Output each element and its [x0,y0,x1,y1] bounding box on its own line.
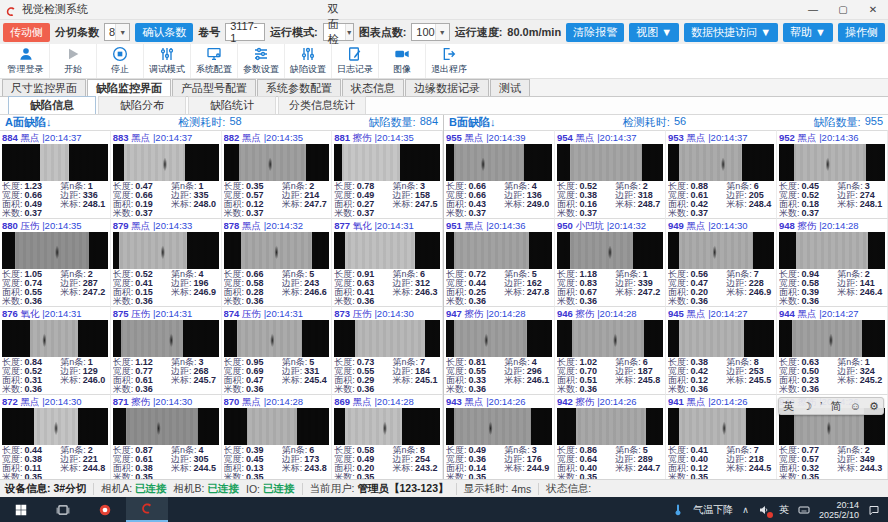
defect-cell[interactable]: 942 擦伤 |20:14:26 长度:0.86宽度:0.64面积:0.40米数… [555,394,666,479]
defect-thumbnail[interactable] [113,144,219,181]
defect-cell[interactable]: 873 压伤 |20:14:30 长度:0.73宽度:0.55面积:0.29米数… [332,306,443,394]
defect-thumbnail[interactable] [668,232,774,269]
sub-tab-4[interactable]: 分类信息统计 [278,96,366,114]
defect-thumbnail[interactable] [668,320,774,357]
ime-fullwidth-icon[interactable]: ☽ [802,400,812,413]
defect-cell[interactable]: 952 黑点 |20:14:36 长度:0.45宽度:0.52面积:0.18米数… [777,130,888,218]
defect-cell[interactable]: 949 黑点 |20:14:30 长度:0.56宽度:0.47面积:0.20米数… [666,218,777,306]
defect-thumbnail[interactable] [557,408,663,445]
defect-thumbnail[interactable] [224,144,330,181]
defect-cell[interactable]: 878 黑点 |20:14:32 长度:0.66宽度:0.58面积:0.28米数… [222,218,333,306]
action-center-icon[interactable] [868,504,880,516]
roll-number-input[interactable]: 3117-1 [225,23,265,41]
defect-cell[interactable]: 877 氧化 |20:14:31 长度:0.91宽度:0.63面积:0.41米数… [332,218,443,306]
volume-icon[interactable] [758,504,770,516]
defect-thumbnail[interactable] [334,232,440,269]
data-quick-access-menu-button[interactable]: 数据快捷访问 ▼ [684,23,778,42]
clock[interactable]: 20:14 2025/2/10 [819,500,859,520]
ime-settings-icon[interactable]: ⚙ [869,400,879,413]
defect-cell[interactable]: 955 黑点 |20:14:39 长度:0.66宽度:0.66面积:0.43米数… [444,130,555,218]
main-tab-4[interactable]: 系统参数配置 [257,79,341,96]
confirm-count-button[interactable]: 确认条数 [135,23,193,42]
operator-side-button[interactable]: 操作侧 [838,23,885,42]
view-menu-button[interactable]: 视图 ▼ [629,23,679,42]
keyboard-icon[interactable] [798,504,810,516]
sub-tab-1[interactable]: 缺陷信息 [8,96,96,114]
ime-emoji-icon[interactable]: ☺ [850,400,861,412]
defect-thumbnail[interactable] [2,408,108,445]
defect-thumbnail[interactable] [334,408,440,445]
defect-cell[interactable]: 946 擦伤 |20:14:28 长度:1.02宽度:0.70面积:0.51米数… [555,306,666,394]
defect-thumbnail[interactable] [334,144,440,181]
toolbar-button[interactable]: 停止 [96,44,143,78]
help-menu-button[interactable]: 帮助 ▼ [783,23,833,42]
defect-cell[interactable]: 870 黑点 |20:14:28 长度:0.39宽度:0.45面积:0.13米数… [222,394,333,479]
defect-cell[interactable]: 872 黑点 |20:14:30 长度:0.44宽度:0.38面积:0.11米数… [0,394,111,479]
defect-cell[interactable]: 951 黑点 |20:14:36 长度:0.72宽度:0.44面积:0.25米数… [444,218,555,306]
defect-thumbnail[interactable] [224,232,330,269]
drive-side-button[interactable]: 传动侧 [3,23,50,42]
defect-cell[interactable]: 947 擦伤 |20:14:28 长度:0.81宽度:0.55面积:0.33米数… [444,306,555,394]
inspection-app-icon[interactable] [126,497,168,522]
start-button[interactable] [0,497,42,522]
toolbar-button[interactable]: 开始 [49,44,96,78]
toolbar-button[interactable]: 系统配置 [190,44,237,78]
defect-thumbnail[interactable] [113,408,219,445]
defect-cell[interactable]: 953 黑点 |20:14:37 长度:0.88宽度:0.61面积:0.42米数… [666,130,777,218]
main-tab-7[interactable]: 测试 [490,79,530,96]
defect-cell[interactable]: 941 黑点 |20:14:26 长度:0.41宽度:0.40面积:0.12米数… [666,394,777,479]
defect-thumbnail[interactable] [668,408,774,445]
defect-cell[interactable]: 950 小凹坑 |20:14:32 长度:1.18宽度:0.83面积:0.67米… [555,218,666,306]
main-tab-2[interactable]: 缺陷监控界面 [87,79,171,97]
defect-thumbnail[interactable] [224,320,330,357]
defect-thumbnail[interactable] [446,232,552,269]
defect-thumbnail[interactable] [446,144,552,181]
defect-thumbnail[interactable] [446,408,552,445]
toolbar-button[interactable]: 管理登录 [2,44,49,78]
defect-thumbnail[interactable] [779,232,885,269]
main-tab-5[interactable]: 状态信息 [342,79,404,96]
defect-cell[interactable]: 945 黑点 |20:14:27 长度:0.38宽度:0.42面积:0.12米数… [666,306,777,394]
defect-cell[interactable]: 948 擦伤 |20:14:28 长度:0.94宽度:0.58面积:0.39米数… [777,218,888,306]
clear-alarm-button[interactable]: 清除报警 [566,23,624,42]
defect-cell[interactable]: 876 氧化 |20:14:31 长度:0.84宽度:0.52面积:0.31米数… [0,306,111,394]
defect-thumbnail[interactable] [2,232,108,269]
ime-indicator[interactable]: 英 [779,503,789,517]
maximize-button[interactable]: ▢ [828,0,858,19]
defect-thumbnail[interactable] [224,408,330,445]
toolbar-button[interactable]: 图像 [378,44,425,78]
defect-thumbnail[interactable] [557,232,663,269]
task-view-button[interactable] [42,497,84,522]
main-tab-1[interactable]: 尺寸监控界面 [2,79,86,96]
ime-lang-toggle[interactable]: 英 [783,399,794,414]
main-tab-3[interactable]: 产品型号配置 [172,79,256,96]
defect-thumbnail[interactable] [557,320,663,357]
ime-punctuation-toggle[interactable]: ’ [820,400,822,412]
defect-cell[interactable]: 943 黑点 |20:14:26 长度:0.49宽度:0.36面积:0.14米数… [444,394,555,479]
defect-cell[interactable]: 880 压伤 |20:14:35 长度:1.05宽度:0.74面积:0.55米数… [0,218,111,306]
toolbar-button[interactable]: 缺陷设置 [284,44,331,78]
defect-cell[interactable]: 881 擦伤 |20:14:35 长度:0.78宽度:0.49面积:0.27米数… [332,130,443,218]
defect-cell[interactable]: 954 黑点 |20:14:37 长度:0.52宽度:0.38面积:0.16米数… [555,130,666,218]
main-tab-6[interactable]: 边缘数据记录 [405,79,489,96]
panel-title-sort[interactable]: A面缺陷↓ [5,115,51,130]
defect-thumbnail[interactable] [2,320,108,357]
chart-points-select[interactable]: 100 ▼ [411,23,449,41]
defect-cell[interactable]: 874 压伤 |20:14:31 长度:0.95宽度:0.69面积:0.47米数… [222,306,333,394]
toolbar-button[interactable]: 日志记录 [331,44,378,78]
sub-tab-2[interactable]: 缺陷分布 [98,96,186,114]
close-button[interactable]: ✕ [858,0,888,19]
panel-title-sort[interactable]: B面缺陷↓ [449,115,495,130]
toolbar-button[interactable]: 参数设置 [237,44,284,78]
defect-cell[interactable]: 879 黑点 |20:14:33 长度:0.52宽度:0.41面积:0.15米数… [111,218,222,306]
tray-expand-icon[interactable]: ∧ [742,505,749,515]
defect-cell[interactable]: 871 擦伤 |20:14:30 长度:0.87宽度:0.61面积:0.38米数… [111,394,222,479]
run-mode-select[interactable]: 双面检测 ▼ [323,23,354,41]
defect-cell[interactable]: 869 黑点 |20:14:28 长度:0.58宽度:0.49面积:0.20米数… [332,394,443,479]
defect-thumbnail[interactable] [779,320,885,357]
defect-cell[interactable]: 884 黑点 |20:14:37 长度:1.23宽度:0.66面积:0.49米数… [0,130,111,218]
defect-cell[interactable]: 882 黑点 |20:14:35 长度:0.35宽度:0.57面积:0.12米数… [222,130,333,218]
defect-thumbnail[interactable] [113,232,219,269]
defect-thumbnail[interactable] [446,320,552,357]
minimize-button[interactable]: — [798,0,828,19]
